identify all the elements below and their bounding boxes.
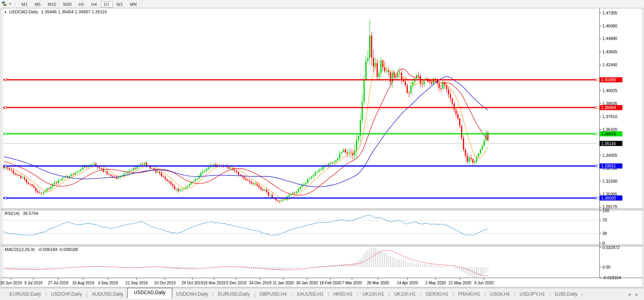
svg-text:18 Feb 2020: 18 Feb 2020 [319, 281, 342, 285]
svg-text:1.30020: 1.30020 [601, 196, 616, 200]
tab-uk100-h1[interactable]: UK100,H1 [358, 291, 388, 298]
svg-text:26 Mar 2020: 26 Mar 2020 [367, 281, 389, 285]
tab-ger30-h1[interactable]: GER30,H1 [421, 291, 452, 298]
svg-text:1.46080: 1.46080 [602, 24, 617, 28]
tab-usdchf-daily[interactable]: USDCHF,Daily [47, 291, 86, 298]
svg-text:0.00: 0.00 [602, 265, 611, 269]
tab-eurusd-daily[interactable]: EURUSD,Daily [5, 291, 45, 298]
tab-xauusd-h1[interactable]: XAUUSD,H1 [293, 291, 328, 298]
svg-text:100: 100 [602, 208, 609, 213]
svg-text:1.31590: 1.31590 [602, 179, 617, 184]
tab-separator: | [86, 291, 88, 297]
svg-text:9 Jul 2019: 9 Jul 2019 [24, 281, 43, 285]
tab-fra40-h1[interactable]: FRA40,H1 [454, 291, 484, 298]
svg-text:30: 30 [602, 231, 607, 236]
svg-text:1.33011: 1.33011 [601, 164, 616, 168]
tab-scroll-arrows: ◂ ▸ [628, 292, 638, 296]
svg-text:5 Dec 2019: 5 Dec 2019 [226, 281, 246, 285]
tab-uk100-h1[interactable]: UK100,H1 [390, 291, 420, 298]
chart-window-frame [0, 7, 644, 288]
tab-usdjpy-h1[interactable]: USDJPY,H1 [516, 291, 549, 298]
tab-hk50-h1[interactable]: HK50,H1 [330, 291, 357, 298]
svg-text:0.032972: 0.032972 [602, 245, 620, 250]
svg-text:9 Jun 2020: 9 Jun 2020 [474, 281, 494, 285]
tab-audusd-daily[interactable]: AUDUSD,Daily [88, 291, 128, 298]
tab-separator: | [485, 291, 486, 297]
tab-usdcnh-daily[interactable]: USDCNH,Daily [172, 291, 212, 298]
svg-text:30 Jan 2020: 30 Jan 2020 [296, 281, 317, 285]
tab-separator: | [212, 291, 213, 297]
chart-tabs: EURUSD,Daily|USDCHF,Daily|AUDUSD,DailyUS… [5, 289, 584, 300]
svg-text:1.36420: 1.36420 [602, 127, 617, 132]
tab-scroll-left-icon[interactable]: ◂ [628, 292, 630, 296]
svg-text:16 Nov 2019: 16 Nov 2019 [203, 281, 226, 285]
svg-text:1.41060: 1.41060 [601, 77, 616, 82]
svg-text:10 Oct 2019: 10 Oct 2019 [154, 281, 176, 285]
svg-text:1.42440: 1.42440 [602, 62, 617, 67]
svg-text:1.40025: 1.40025 [602, 88, 617, 93]
tab-separator: | [514, 291, 515, 297]
tab-separator: | [254, 291, 255, 297]
svg-text:3 Sep 2019: 3 Sep 2019 [98, 281, 118, 285]
tab-gbpusd-h4[interactable]: GBPUSD,H4 [255, 291, 290, 298]
tab-separator: | [389, 291, 390, 297]
svg-text:2 May 2020: 2 May 2020 [425, 281, 446, 285]
svg-text:1.36015: 1.36015 [601, 131, 616, 136]
svg-text:1.37610: 1.37610 [602, 114, 617, 119]
tab-separator: | [452, 291, 454, 297]
svg-text:21 Sep 2019: 21 Sep 2019 [126, 281, 148, 285]
svg-text:1.44890: 1.44890 [602, 36, 617, 41]
svg-text:14 Apr 2020: 14 Apr 2020 [397, 281, 418, 285]
svg-text:1.43665: 1.43665 [602, 49, 617, 54]
tab-separator: | [420, 291, 421, 297]
chart-canvas[interactable]: 1.473051.460801.448901.436651.424401.400… [0, 0, 644, 300]
tab-scroll-right-icon[interactable]: ▸ [636, 292, 638, 296]
tab-dj30-daily[interactable]: DJ30,Daily [551, 291, 581, 298]
svg-text:20 Jun 2019: 20 Jun 2019 [0, 281, 22, 285]
svg-text:15 Aug 2019: 15 Aug 2019 [72, 281, 95, 285]
tab-separator: | [357, 291, 358, 297]
tab-usoil-h4[interactable]: USOil,H4 [486, 291, 514, 298]
chart-tab-bar: EURUSD,Daily|USDCHF,Daily|AUDUSD,DailyUS… [0, 288, 644, 300]
tab-separator: | [582, 291, 583, 297]
svg-text:1.35116: 1.35116 [601, 141, 616, 146]
tab-separator: | [328, 291, 329, 297]
tab-eurusd-daily[interactable]: EURUSD,Daily [214, 291, 254, 298]
svg-text:7 Mar 2020: 7 Mar 2020 [342, 281, 362, 285]
svg-text:11 Jan 2020: 11 Jan 2020 [273, 281, 294, 285]
svg-text:70: 70 [602, 218, 607, 222]
tab-separator: | [46, 291, 47, 297]
svg-text:-0.018154: -0.018154 [602, 275, 621, 280]
svg-text:29 Oct 2019: 29 Oct 2019 [182, 281, 203, 285]
tab-separator: | [549, 291, 550, 297]
svg-text:1.38464: 1.38464 [601, 105, 616, 110]
tab-usdcad-daily[interactable]: USDCAD,Daily [127, 288, 172, 298]
tab-separator: | [291, 291, 292, 297]
svg-text:1.34005: 1.34005 [602, 153, 617, 158]
svg-text:21 May 2020: 21 May 2020 [449, 281, 471, 285]
svg-text:24 Dec 2019: 24 Dec 2019 [249, 281, 272, 285]
svg-text:1.47305: 1.47305 [602, 11, 617, 15]
svg-text:27 Jul 2019: 27 Jul 2019 [48, 281, 68, 285]
